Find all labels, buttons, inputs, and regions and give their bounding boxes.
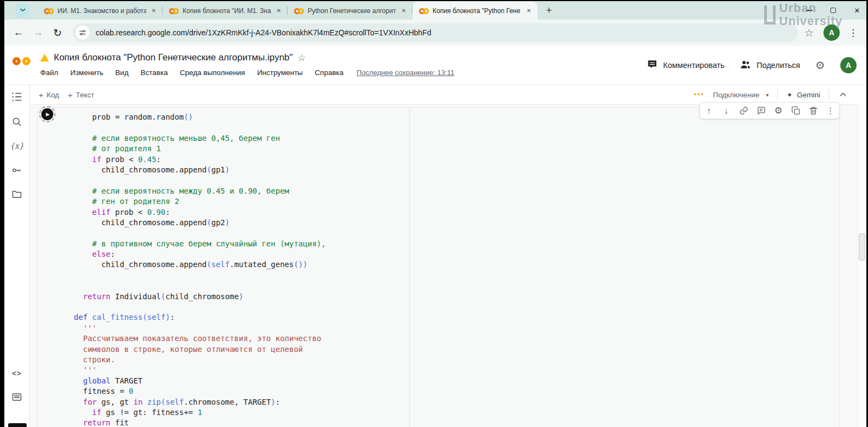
star-notebook-icon[interactable]: ☆ bbox=[298, 52, 306, 64]
tab-title: Копия блокнота "ИИ. М1. Зна bbox=[183, 7, 271, 15]
minimize-icon bbox=[806, 10, 813, 11]
minimize-button[interactable] bbox=[805, 7, 813, 14]
browser-toolbar: ← → ↻ colab.research.google.com/drive/1X… bbox=[4, 20, 866, 46]
collapse-header-icon[interactable] bbox=[838, 90, 848, 100]
close-button[interactable]: ✕ bbox=[853, 7, 861, 14]
tab-close-icon[interactable]: ✕ bbox=[274, 7, 283, 15]
tab-close-icon[interactable]: ✕ bbox=[524, 7, 533, 15]
code-line: fitness = 0 bbox=[65, 386, 326, 397]
menu-item[interactable]: Среда выполнения bbox=[180, 69, 245, 77]
code-line: if gs != gt: fitness+= 1 bbox=[65, 407, 326, 418]
code-line: строки. bbox=[65, 355, 326, 365]
code-line bbox=[65, 175, 326, 185]
menu-item[interactable]: Изменить bbox=[70, 69, 103, 77]
browser-tab[interactable]: Копия блокнота "Python Гене✕ bbox=[413, 2, 538, 20]
code-line: prob = random.random() bbox=[65, 112, 326, 122]
table-of-contents-icon[interactable] bbox=[9, 89, 24, 104]
browser-tab[interactable]: ИИ. М1. Знакомство и работа✕ bbox=[38, 2, 163, 20]
delete-icon[interactable] bbox=[806, 104, 820, 118]
gemini-button[interactable]: ✦ Gemini bbox=[786, 91, 820, 99]
address-bar[interactable]: colab.research.google.com/drive/1XzKRmKk… bbox=[73, 23, 798, 42]
code-line: elif prob < 0.90: bbox=[65, 207, 326, 218]
window-controls: ✕ bbox=[805, 1, 861, 20]
divider bbox=[829, 89, 829, 101]
share-button[interactable]: Поделиться bbox=[740, 59, 800, 72]
code-line: child_chromosome.append(gp1) bbox=[65, 165, 326, 175]
code-line: # если вероятность между 0.45 и 0.90, бе… bbox=[65, 186, 326, 196]
menu-item[interactable]: Вставка bbox=[141, 69, 168, 77]
cell-toolbar: ↑↓⚙⋮ bbox=[700, 102, 840, 119]
partial-element bbox=[8, 423, 27, 427]
site-info-icon[interactable] bbox=[76, 26, 90, 40]
video-frame: ИИ. М1. Знакомство и работа✕Копия блокно… bbox=[0, 0, 868, 427]
new-tab-button[interactable]: + bbox=[542, 3, 556, 17]
restore-button[interactable] bbox=[829, 7, 837, 14]
comment-button[interactable]: Комментировать bbox=[647, 59, 725, 71]
colab-favicon bbox=[169, 8, 178, 14]
tab-close-icon[interactable]: ✕ bbox=[399, 7, 408, 15]
tab-close-icon[interactable]: ✕ bbox=[149, 7, 158, 15]
notebook-content: ▶ prob = random.random() # если вероятно… bbox=[30, 106, 866, 427]
files-icon[interactable] bbox=[9, 187, 24, 202]
bookmark-star-icon[interactable]: ☆ bbox=[804, 27, 814, 39]
resources-dots-icon[interactable]: ••• bbox=[694, 91, 704, 98]
comment-icon[interactable] bbox=[754, 104, 768, 118]
add-text-button[interactable]: + Текст bbox=[68, 90, 95, 100]
drive-icon bbox=[40, 54, 49, 61]
code-line: child_chromosome.append(gp2) bbox=[65, 218, 326, 228]
run-cell-button[interactable]: ▶ bbox=[39, 106, 55, 122]
code-snippets-icon[interactable]: <> bbox=[9, 366, 24, 381]
code-line: символов в строке, которые отличаются от… bbox=[65, 344, 326, 355]
variables-icon[interactable]: {x} bbox=[9, 138, 24, 153]
code-line: return Individual(child_chromosome) bbox=[65, 292, 326, 302]
tab-title: ИИ. М1. Знакомство и работа bbox=[58, 7, 146, 15]
reload-button[interactable]: ↻ bbox=[48, 27, 67, 39]
colab-avatar[interactable]: A bbox=[840, 57, 857, 73]
play-icon: ▶ bbox=[41, 108, 53, 120]
add-code-button[interactable]: + Код bbox=[39, 90, 59, 100]
search-icon[interactable] bbox=[9, 114, 24, 129]
forward-button[interactable]: → bbox=[28, 27, 48, 39]
code-cell[interactable]: ▶ prob = random.random() # если вероятно… bbox=[37, 107, 840, 427]
tab-search-button[interactable] bbox=[15, 3, 30, 18]
code-line: Рассчитываем показатель соответствия, эт… bbox=[65, 333, 326, 344]
scrollbar-thumb[interactable] bbox=[859, 233, 865, 261]
back-button[interactable]: ← bbox=[9, 27, 28, 39]
editor-right-edge bbox=[409, 107, 410, 427]
menu-item[interactable]: Вид bbox=[115, 69, 128, 77]
colab-favicon bbox=[294, 8, 303, 14]
more-icon[interactable]: ⋮ bbox=[823, 104, 838, 118]
connect-button[interactable]: Подключение ▾ bbox=[713, 91, 769, 99]
code-line: else: bbox=[65, 249, 326, 259]
link-icon[interactable] bbox=[736, 104, 751, 118]
menu-items: ФайлИзменитьВидВставкаСреда выполненияИн… bbox=[40, 69, 344, 77]
menu-item[interactable]: Инструменты bbox=[257, 69, 303, 77]
settings-gear-icon[interactable]: ⚙ bbox=[815, 59, 825, 72]
colab-logo[interactable] bbox=[12, 53, 37, 75]
menu-item[interactable]: Справка bbox=[315, 69, 344, 77]
code-line bbox=[65, 122, 326, 133]
last-saved-link[interactable]: Последнее сохранение: 13:11 bbox=[357, 69, 454, 77]
colab-favicon bbox=[44, 8, 53, 14]
menu-bar: ФайлИзменитьВидВставкаСреда выполненияИн… bbox=[40, 69, 647, 77]
move-up-icon[interactable]: ↑ bbox=[702, 104, 716, 118]
code-editor[interactable]: prob = random.random() # если вероятност… bbox=[65, 112, 326, 427]
secrets-icon[interactable] bbox=[9, 163, 24, 178]
browser-tab[interactable]: Python Генетические алгорит✕ bbox=[288, 2, 413, 20]
scrollbar-track[interactable] bbox=[857, 104, 866, 427]
code-line: # в противном случае берем случайный ген… bbox=[65, 239, 326, 249]
browser-tab[interactable]: Копия блокнота "ИИ. М1. Зна✕ bbox=[163, 2, 288, 20]
people-icon bbox=[740, 59, 751, 72]
terminal-icon[interactable] bbox=[9, 389, 24, 405]
code-line bbox=[65, 281, 326, 291]
notebook-title[interactable]: Копия блокнота "Python Генетические алго… bbox=[54, 52, 293, 63]
browser-menu-icon[interactable]: ⋮ bbox=[848, 27, 858, 39]
comment-bubble-icon bbox=[647, 59, 658, 71]
mirror-cell-icon[interactable] bbox=[789, 104, 803, 118]
move-down-icon[interactable]: ↓ bbox=[719, 104, 733, 118]
browser-avatar[interactable]: A bbox=[823, 24, 840, 41]
menu-item[interactable]: Файл bbox=[40, 69, 58, 77]
settings-icon[interactable]: ⚙ bbox=[771, 104, 785, 118]
url-text[interactable]: colab.research.google.com/drive/1XzKRmKk… bbox=[96, 28, 431, 37]
code-line: ''' bbox=[65, 323, 326, 333]
